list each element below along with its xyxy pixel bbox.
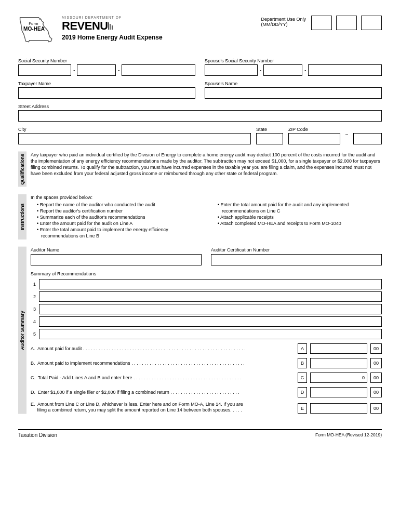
rec-2-input[interactable] — [39, 291, 382, 302]
instructions-tab: Instructions — [18, 194, 26, 240]
auditor-cert-label: Auditor Certification Number — [211, 247, 382, 253]
rec-4-input[interactable] — [39, 316, 382, 327]
auditor-name-input[interactable] — [31, 254, 202, 265]
zip4-input[interactable] — [353, 133, 382, 144]
spouse-ssn-part1[interactable] — [205, 64, 258, 76]
taxpayer-name-label: Taxpayer Name — [18, 81, 195, 86]
state-label: State — [256, 127, 283, 132]
city-input[interactable] — [18, 133, 251, 144]
form-header: Form MO-HEA MISSOURI DEPARTMENT OF REVEN… — [18, 16, 382, 45]
line-c-letter-box: C — [298, 373, 307, 383]
line-d-letter-box: D — [298, 387, 307, 397]
line-e-cents: 00 — [370, 403, 382, 414]
rec-3-input[interactable] — [39, 304, 382, 314]
street-label: Street Address — [18, 104, 382, 109]
line-d-label: D. Enter $1,000 if a single filer or $2,… — [31, 389, 295, 395]
line-c-cents: 00 — [370, 373, 382, 383]
zip-label: ZIP Code — [288, 127, 340, 132]
line-d-cents: 00 — [370, 387, 382, 397]
spouse-ssn-part2[interactable] — [263, 64, 302, 76]
line-e-amount[interactable] — [310, 403, 367, 414]
auditor-cert-input[interactable] — [211, 254, 382, 265]
spouse-ssn-label: Spouse's Social Security Number — [205, 58, 382, 63]
zip-input[interactable] — [288, 133, 340, 144]
line-b-cents: 00 — [370, 358, 382, 368]
missouri-outline-icon: Form MO-HEA — [18, 16, 56, 45]
footer-division: Taxation Division — [18, 432, 57, 438]
logo-bars-icon — [108, 19, 114, 33]
line-b-letter-box: B — [298, 358, 307, 368]
ssn-part1[interactable] — [18, 64, 71, 76]
ssn-label: Social Security Number — [18, 58, 195, 63]
dept-date-yy[interactable] — [361, 16, 382, 30]
spouse-ssn-part3[interactable] — [308, 64, 382, 76]
street-input[interactable] — [18, 110, 382, 122]
qualifications-text: Any taxpayer who paid an individual cert… — [31, 152, 382, 187]
line-a-letter-box: A — [298, 343, 307, 354]
spouse-name-input[interactable] — [205, 87, 382, 99]
footer-form-rev: Form MO-HEA (Revised 12-2019) — [315, 432, 382, 438]
dept-use-label: Department Use Only — [261, 17, 306, 22]
dept-name-small: MISSOURI DEPARTMENT OF — [62, 16, 255, 19]
ssn-part3[interactable] — [122, 64, 195, 76]
dept-use-format: (MM/DD/YY) — [261, 22, 306, 27]
rec-1-input[interactable] — [39, 279, 382, 289]
dept-date-mm[interactable] — [311, 16, 332, 30]
line-a-cents: 00 — [370, 343, 382, 354]
line-a-amount[interactable] — [310, 343, 367, 354]
page-footer: Taxation Division Form MO-HEA (Revised 1… — [18, 429, 382, 438]
line-c-label: C. Total Paid - Add Lines A and B and en… — [31, 375, 295, 381]
city-label: City — [18, 127, 251, 132]
instructions-intro: In the spaces provided below: — [31, 194, 382, 201]
qualifications-tab: Qualifications — [18, 152, 26, 187]
line-b-amount[interactable] — [310, 358, 367, 368]
instructions-left-list: Report the name of the auditor who condu… — [31, 202, 201, 240]
revenue-logo: REVENU — [62, 19, 255, 33]
ssn-part2[interactable] — [77, 64, 116, 76]
line-b-label: B. Amount paid to implement recommendati… — [31, 360, 295, 366]
dept-date-dd[interactable] — [336, 16, 357, 30]
taxpayer-name-input[interactable] — [18, 87, 195, 99]
instructions-right-list: Enter the total amount paid for the audi… — [211, 202, 382, 240]
line-d-amount[interactable] — [310, 387, 367, 397]
line-e-label: E. Amount from Line C or Line D, whichev… — [31, 402, 295, 414]
line-e-letter-box: E — [298, 403, 307, 414]
dept-use-block: Department Use Only (MM/DD/YY) — [261, 16, 382, 30]
svg-text:Form: Form — [29, 21, 38, 26]
svg-text:MO-HEA: MO-HEA — [23, 26, 45, 32]
line-a-label: A. Amount paid for audit . . . . . . . .… — [31, 345, 295, 352]
logo-title-block: MISSOURI DEPARTMENT OF REVENU 2019 Home … — [62, 16, 255, 41]
summary-rec-label: Summary of Recommendations — [31, 271, 382, 277]
auditor-name-label: Auditor Name — [31, 247, 202, 253]
form-title: 2019 Home Energy Audit Expense — [62, 34, 255, 41]
auditor-summary-tab: Auditor Summary — [18, 247, 26, 414]
rec-5-input[interactable] — [39, 329, 382, 339]
line-c-amount[interactable]: 0 — [310, 373, 367, 383]
state-input[interactable] — [256, 133, 283, 144]
spouse-name-label: Spouse's Name — [205, 81, 382, 86]
